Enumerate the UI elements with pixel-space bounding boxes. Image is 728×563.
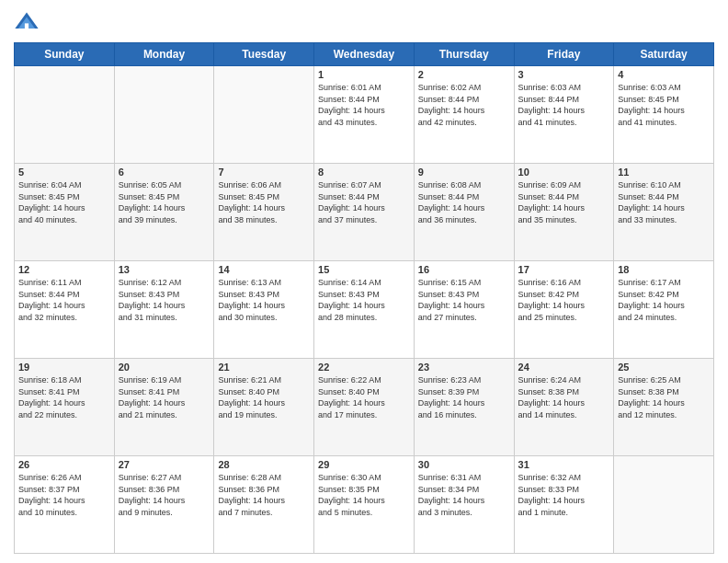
day-number: 5	[18, 167, 110, 178]
day-info: Sunrise: 6:21 AM Sunset: 8:40 PM Dayligh…	[218, 374, 310, 420]
calendar-cell: 5Sunrise: 6:04 AM Sunset: 8:45 PM Daylig…	[15, 164, 115, 261]
day-header-tuesday: Tuesday	[214, 43, 314, 66]
day-number: 29	[318, 459, 410, 470]
day-info: Sunrise: 6:02 AM Sunset: 8:44 PM Dayligh…	[418, 82, 510, 128]
day-number: 23	[418, 362, 510, 373]
day-header-monday: Monday	[114, 43, 214, 66]
day-number: 10	[518, 167, 610, 178]
calendar-cell	[114, 66, 214, 164]
calendar-cell: 13Sunrise: 6:12 AM Sunset: 8:43 PM Dayli…	[114, 261, 214, 359]
day-info: Sunrise: 6:15 AM Sunset: 8:43 PM Dayligh…	[418, 277, 510, 323]
calendar-cell: 16Sunrise: 6:15 AM Sunset: 8:43 PM Dayli…	[414, 261, 514, 359]
calendar-cell: 1Sunrise: 6:01 AM Sunset: 8:44 PM Daylig…	[314, 66, 415, 164]
day-number: 12	[18, 264, 110, 275]
svg-rect-2	[25, 23, 28, 29]
header	[14, 9, 714, 35]
calendar-cell: 26Sunrise: 6:26 AM Sunset: 8:37 PM Dayli…	[15, 456, 115, 554]
day-info: Sunrise: 6:03 AM Sunset: 8:45 PM Dayligh…	[618, 82, 710, 128]
calendar-cell: 23Sunrise: 6:23 AM Sunset: 8:39 PM Dayli…	[414, 359, 514, 456]
day-info: Sunrise: 6:12 AM Sunset: 8:43 PM Dayligh…	[119, 277, 210, 323]
calendar-cell: 31Sunrise: 6:32 AM Sunset: 8:33 PM Dayli…	[514, 456, 614, 554]
calendar-week-1: 5Sunrise: 6:04 AM Sunset: 8:45 PM Daylig…	[15, 164, 714, 261]
day-info: Sunrise: 6:06 AM Sunset: 8:45 PM Dayligh…	[218, 179, 310, 225]
day-number: 1	[318, 69, 410, 80]
day-info: Sunrise: 6:11 AM Sunset: 8:44 PM Dayligh…	[18, 277, 110, 323]
day-info: Sunrise: 6:30 AM Sunset: 8:35 PM Dayligh…	[318, 472, 410, 518]
calendar-cell: 7Sunrise: 6:06 AM Sunset: 8:45 PM Daylig…	[214, 164, 314, 261]
day-info: Sunrise: 6:05 AM Sunset: 8:45 PM Dayligh…	[119, 179, 210, 225]
calendar-cell: 28Sunrise: 6:28 AM Sunset: 8:36 PM Dayli…	[214, 456, 314, 554]
day-number: 28	[218, 459, 310, 470]
calendar-cell: 20Sunrise: 6:19 AM Sunset: 8:41 PM Dayli…	[114, 359, 214, 456]
day-info: Sunrise: 6:22 AM Sunset: 8:40 PM Dayligh…	[318, 374, 410, 420]
day-number: 14	[218, 264, 310, 275]
day-number: 30	[418, 459, 510, 470]
day-number: 6	[119, 167, 210, 178]
logo-icon	[14, 9, 40, 35]
day-number: 27	[119, 459, 210, 470]
day-info: Sunrise: 6:19 AM Sunset: 8:41 PM Dayligh…	[119, 374, 210, 420]
calendar-cell: 19Sunrise: 6:18 AM Sunset: 8:41 PM Dayli…	[15, 359, 115, 456]
calendar-cell: 18Sunrise: 6:17 AM Sunset: 8:42 PM Dayli…	[614, 261, 714, 359]
day-header-sunday: Sunday	[15, 43, 115, 66]
calendar-week-0: 1Sunrise: 6:01 AM Sunset: 8:44 PM Daylig…	[15, 66, 714, 164]
day-info: Sunrise: 6:24 AM Sunset: 8:38 PM Dayligh…	[518, 374, 610, 420]
header-row: SundayMondayTuesdayWednesdayThursdayFrid…	[15, 43, 714, 66]
day-info: Sunrise: 6:09 AM Sunset: 8:44 PM Dayligh…	[518, 179, 610, 225]
calendar-cell: 12Sunrise: 6:11 AM Sunset: 8:44 PM Dayli…	[15, 261, 115, 359]
day-info: Sunrise: 6:10 AM Sunset: 8:44 PM Dayligh…	[618, 179, 710, 225]
calendar-body: 1Sunrise: 6:01 AM Sunset: 8:44 PM Daylig…	[15, 66, 714, 554]
day-number: 31	[518, 459, 610, 470]
day-number: 21	[218, 362, 310, 373]
day-number: 15	[318, 264, 410, 275]
day-info: Sunrise: 6:13 AM Sunset: 8:43 PM Dayligh…	[218, 277, 310, 323]
calendar-cell: 15Sunrise: 6:14 AM Sunset: 8:43 PM Dayli…	[314, 261, 415, 359]
day-number: 4	[618, 69, 710, 80]
day-info: Sunrise: 6:25 AM Sunset: 8:38 PM Dayligh…	[618, 374, 710, 420]
day-info: Sunrise: 6:03 AM Sunset: 8:44 PM Dayligh…	[518, 82, 610, 128]
calendar-cell: 25Sunrise: 6:25 AM Sunset: 8:38 PM Dayli…	[614, 359, 714, 456]
calendar-cell: 4Sunrise: 6:03 AM Sunset: 8:45 PM Daylig…	[614, 66, 714, 164]
day-info: Sunrise: 6:27 AM Sunset: 8:36 PM Dayligh…	[119, 472, 210, 518]
day-info: Sunrise: 6:01 AM Sunset: 8:44 PM Dayligh…	[318, 82, 410, 128]
logo	[14, 9, 43, 35]
day-number: 19	[18, 362, 110, 373]
day-info: Sunrise: 6:23 AM Sunset: 8:39 PM Dayligh…	[418, 374, 510, 420]
day-number: 26	[18, 459, 110, 470]
day-header-thursday: Thursday	[414, 43, 514, 66]
day-info: Sunrise: 6:16 AM Sunset: 8:42 PM Dayligh…	[518, 277, 610, 323]
day-number: 25	[618, 362, 710, 373]
day-number: 9	[418, 167, 510, 178]
day-number: 17	[518, 264, 610, 275]
calendar-cell: 8Sunrise: 6:07 AM Sunset: 8:44 PM Daylig…	[314, 164, 415, 261]
calendar-cell	[214, 66, 314, 164]
day-info: Sunrise: 6:07 AM Sunset: 8:44 PM Dayligh…	[318, 179, 410, 225]
calendar-cell: 17Sunrise: 6:16 AM Sunset: 8:42 PM Dayli…	[514, 261, 614, 359]
day-info: Sunrise: 6:14 AM Sunset: 8:43 PM Dayligh…	[318, 277, 410, 323]
calendar-week-3: 19Sunrise: 6:18 AM Sunset: 8:41 PM Dayli…	[15, 359, 714, 456]
day-number: 3	[518, 69, 610, 80]
calendar-cell: 3Sunrise: 6:03 AM Sunset: 8:44 PM Daylig…	[514, 66, 614, 164]
calendar-header: SundayMondayTuesdayWednesdayThursdayFrid…	[15, 43, 714, 66]
calendar-cell	[614, 456, 714, 554]
day-number: 2	[418, 69, 510, 80]
day-number: 8	[318, 167, 410, 178]
day-header-saturday: Saturday	[614, 43, 714, 66]
day-info: Sunrise: 6:31 AM Sunset: 8:34 PM Dayligh…	[418, 472, 510, 518]
calendar-cell: 22Sunrise: 6:22 AM Sunset: 8:40 PM Dayli…	[314, 359, 415, 456]
calendar-cell: 6Sunrise: 6:05 AM Sunset: 8:45 PM Daylig…	[114, 164, 214, 261]
day-number: 7	[218, 167, 310, 178]
day-info: Sunrise: 6:32 AM Sunset: 8:33 PM Dayligh…	[518, 472, 610, 518]
calendar-cell: 21Sunrise: 6:21 AM Sunset: 8:40 PM Dayli…	[214, 359, 314, 456]
day-info: Sunrise: 6:26 AM Sunset: 8:37 PM Dayligh…	[18, 472, 110, 518]
page: SundayMondayTuesdayWednesdayThursdayFrid…	[0, 0, 728, 563]
day-number: 20	[119, 362, 210, 373]
day-number: 18	[618, 264, 710, 275]
day-header-wednesday: Wednesday	[314, 43, 415, 66]
calendar-week-4: 26Sunrise: 6:26 AM Sunset: 8:37 PM Dayli…	[15, 456, 714, 554]
calendar-cell: 27Sunrise: 6:27 AM Sunset: 8:36 PM Dayli…	[114, 456, 214, 554]
day-number: 22	[318, 362, 410, 373]
day-info: Sunrise: 6:28 AM Sunset: 8:36 PM Dayligh…	[218, 472, 310, 518]
day-info: Sunrise: 6:17 AM Sunset: 8:42 PM Dayligh…	[618, 277, 710, 323]
calendar-cell: 10Sunrise: 6:09 AM Sunset: 8:44 PM Dayli…	[514, 164, 614, 261]
